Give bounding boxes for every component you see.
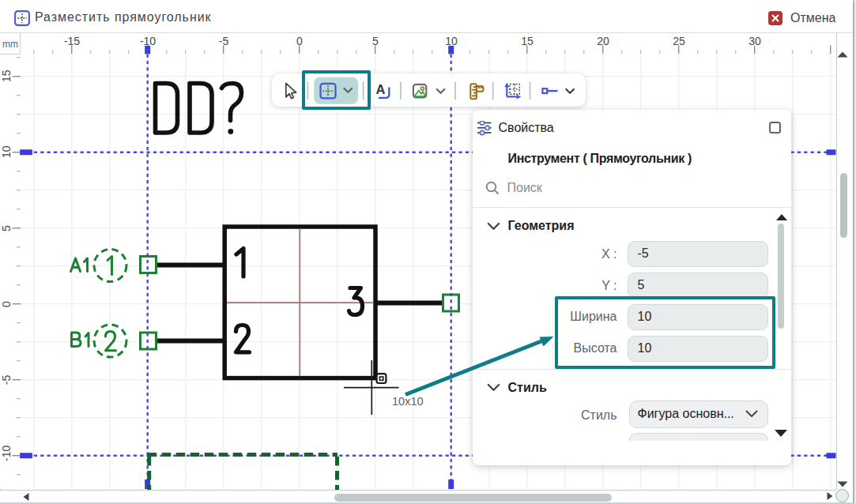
svg-text:10x10: 10x10 [392, 395, 424, 408]
svg-text:A: A [376, 82, 386, 96]
